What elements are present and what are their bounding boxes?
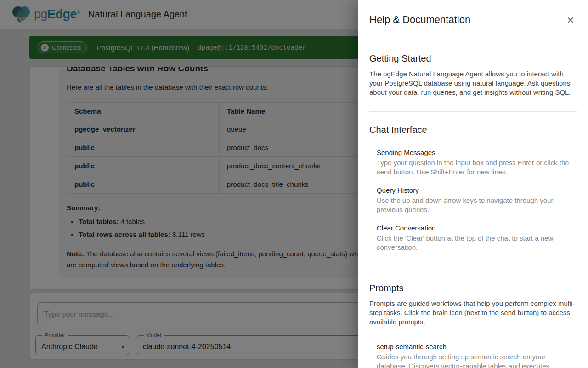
help-item-title: setup-semantic-search [377, 343, 577, 350]
help-item-desc: Click the 'Clear' button at the top of t… [377, 234, 577, 252]
section-heading-getting-started: Getting Started [369, 53, 577, 64]
help-item-desc: Use the up and down arrow keys to naviga… [377, 196, 577, 214]
help-item-title: Sending Messages [377, 149, 577, 156]
help-item-title: Clear Conversation [377, 224, 577, 231]
divider [369, 40, 577, 40]
divider [369, 111, 577, 112]
close-icon[interactable]: ✕ [564, 14, 577, 27]
help-drawer-header: Help & Documentation ✕ [369, 0, 577, 26]
prompts-items: setup-semantic-search Guides you through… [377, 343, 577, 368]
help-drawer: Help & Documentation ✕ Getting Started T… [358, 0, 588, 368]
divider [369, 270, 577, 270]
section-heading-chat-interface: Chat Interface [369, 124, 577, 135]
help-item-desc: Guides you through setting up semantic s… [377, 352, 577, 368]
chat-interface-items: Sending Messages Type your question in t… [377, 149, 577, 252]
help-item-title: Query History [377, 187, 577, 194]
section-heading-prompts: Prompts [369, 282, 577, 293]
section-body: The pgEdge Natural Language Agent allows… [369, 69, 577, 97]
help-item-desc: Type your question in the input box and … [377, 158, 577, 177]
help-title: Help & Documentation [369, 14, 577, 26]
section-body: Prompts are guided workflows that help y… [369, 299, 577, 327]
